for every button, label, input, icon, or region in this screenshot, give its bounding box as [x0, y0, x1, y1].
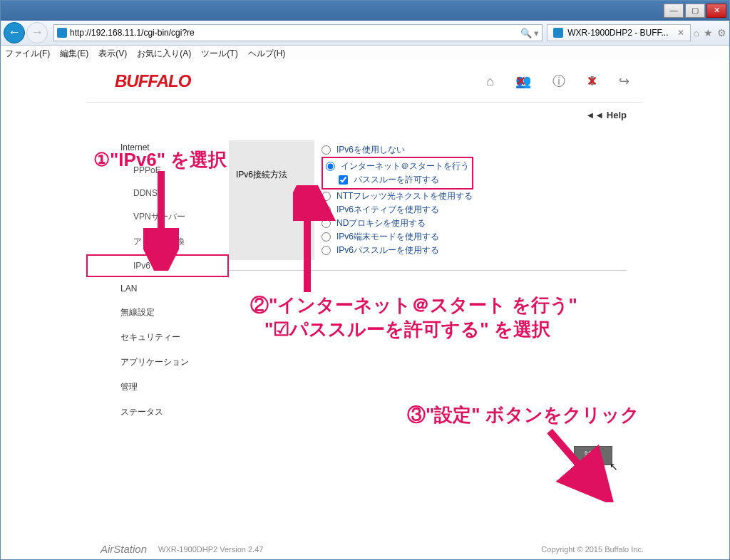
- tab-favicon-icon: [553, 28, 563, 38]
- menu-view[interactable]: 表示(V): [98, 48, 127, 60]
- ipv6-option-ndproxy[interactable]: NDプロキシを使用する: [322, 217, 473, 230]
- ipv6-option-disable[interactable]: IPv6を使用しない: [322, 143, 473, 157]
- ipv6-radio-terminal[interactable]: [322, 232, 331, 242]
- menu-file[interactable]: ファイル(F): [5, 48, 50, 60]
- search-icon[interactable]: 🔍 ▾: [520, 28, 540, 38]
- menu-help[interactable]: ヘルプ(H): [248, 48, 286, 60]
- minimize-button[interactable]: —: [664, 4, 684, 18]
- main-panel: IPv6接続方法 IPv6を使用しない インターネット＠スタートを行う: [229, 128, 627, 475]
- ipv6-radio-native[interactable]: [322, 205, 331, 214]
- ipv6-radio-disable[interactable]: [322, 145, 331, 155]
- sidebar-item-vpn[interactable]: VPNサーバー: [86, 204, 229, 229]
- header-icon-row: ⌂ 👥 ⓘ ⬇ ↪: [486, 73, 629, 90]
- sidebar-item-application[interactable]: アプリケーション: [86, 350, 229, 375]
- apply-button[interactable]: 設定: [574, 446, 612, 465]
- highlighted-option-box: インターネット＠スタートを行う パススルーを許可する: [322, 157, 473, 190]
- ipv6-radio-atstart[interactable]: [326, 162, 335, 171]
- sidebar-item-wireless[interactable]: 無線設定: [86, 300, 229, 325]
- ipv6-option-flets[interactable]: NTTフレッツ光ネクストを使用する: [322, 190, 473, 203]
- mouse-cursor-icon: ↖: [610, 461, 618, 472]
- page-header: BUFFALO ⌂ 👥 ⓘ ⬇ ↪: [86, 61, 642, 103]
- browser-system-icons: ⌂ ★ ⚙: [694, 27, 726, 38]
- airstation-logo: AirStation: [101, 543, 147, 555]
- tab-close-icon[interactable]: ✕: [677, 28, 684, 38]
- sidebar-item-status[interactable]: ステータス: [86, 400, 229, 425]
- logout-icon[interactable]: ↪: [619, 73, 629, 89]
- ipv6-option-atstart[interactable]: インターネット＠スタートを行う: [326, 160, 469, 173]
- copyright: Copyright © 2015 Buffalo Inc.: [541, 545, 644, 554]
- info-icon[interactable]: ⓘ: [552, 73, 565, 90]
- ipv6-label-ndproxy: NDプロキシを使用する: [336, 217, 426, 229]
- ipv6-label-passthrough-mode: IPv6パススルーを使用する: [336, 244, 439, 256]
- ipv6-settings-table: IPv6接続方法 IPv6を使用しない インターネット＠スタートを行う: [229, 140, 480, 260]
- maximize-button[interactable]: ▢: [685, 4, 705, 18]
- ipv6-label-flets: NTTフレッツ光ネクストを使用する: [336, 190, 473, 202]
- buffalo-logo: BUFFALO: [115, 71, 190, 91]
- ipv6-option-passthrough-allow[interactable]: パススルーを許可する: [326, 173, 469, 187]
- browser-navbar: ← → http://192.168.11.1/cgi-bin/cgi?re 🔍…: [1, 21, 729, 46]
- browser-menubar: ファイル(F) 編集(E) 表示(V) お気に入り(A) ツール(T) ヘルプ(…: [1, 46, 729, 62]
- ipv6-checkbox-passthrough[interactable]: [339, 175, 348, 185]
- sidebar-item-nat[interactable]: アドレス変換: [86, 229, 229, 254]
- url-text: http://192.168.11.1/cgi-bin/cgi?re: [70, 28, 195, 38]
- sidebar-item-ddns[interactable]: DDNS: [86, 182, 229, 204]
- back-button[interactable]: ←: [4, 22, 25, 43]
- disabled-icon-2[interactable]: ⬇: [587, 73, 597, 89]
- model-version: WXR-1900DHP2 Version 2.47: [158, 545, 263, 554]
- page-footer: AirStation WXR-1900DHP2 Version 2.47 Cop…: [101, 543, 644, 555]
- home-icon[interactable]: ⌂: [486, 74, 494, 89]
- disabled-icon-1[interactable]: 👥: [515, 73, 531, 89]
- ipv6-radio-passthrough-mode[interactable]: [322, 246, 331, 255]
- forward-button[interactable]: →: [26, 22, 48, 43]
- sidebar-item-admin[interactable]: 管理: [86, 375, 229, 400]
- sidebar-item-internet[interactable]: Internet: [86, 136, 229, 159]
- ipv6-option-passthrough-mode[interactable]: IPv6パススルーを使用する: [322, 244, 473, 257]
- ipv6-label-disable: IPv6を使用しない: [336, 144, 405, 156]
- ipv6-label-native: IPv6ネイティブを使用する: [336, 204, 439, 216]
- tab-title: WXR-1900DHP2 - BUFF...: [567, 28, 668, 38]
- sidebar-item-pppoe[interactable]: PPPoE: [86, 159, 229, 182]
- sidebar-item-security[interactable]: セキュリティー: [86, 325, 229, 350]
- page-body: Internet PPPoE DDNS VPNサーバー アドレス変換 IPv6 …: [86, 128, 642, 475]
- ipv6-radio-flets[interactable]: [322, 192, 331, 201]
- browser-tab[interactable]: WXR-1900DHP2 - BUFF... ✕: [547, 24, 690, 41]
- menu-edit[interactable]: 編集(E): [60, 48, 88, 60]
- ipv6-section-label: IPv6接続方法: [229, 140, 314, 260]
- help-toggle[interactable]: ◄◄ Help: [86, 103, 642, 128]
- browser-viewport: BUFFALO ⌂ 👥 ⓘ ⬇ ↪ ◄◄ Help Internet PPPoE…: [1, 61, 729, 559]
- ie-window: — ▢ ✕ ← → http://192.168.11.1/cgi-bin/cg…: [0, 0, 730, 560]
- sidebar-item-lan[interactable]: LAN: [86, 277, 229, 300]
- close-button[interactable]: ✕: [706, 4, 726, 18]
- tools-icon[interactable]: ⚙: [717, 27, 726, 38]
- ipv6-option-terminal[interactable]: IPv6端末モードを使用する: [322, 230, 473, 244]
- address-bar[interactable]: http://192.168.11.1/cgi-bin/cgi?re 🔍 ▾: [53, 24, 543, 41]
- menu-tools[interactable]: ツール(T): [201, 48, 237, 60]
- ipv6-label-passthrough: パススルーを許可する: [354, 174, 439, 186]
- router-admin-page: BUFFALO ⌂ 👥 ⓘ ⬇ ↪ ◄◄ Help Internet PPPoE…: [86, 61, 642, 475]
- favorites-icon[interactable]: ★: [704, 27, 713, 38]
- ipv6-label-terminal: IPv6端末モードを使用する: [336, 231, 439, 243]
- home-icon[interactable]: ⌂: [694, 27, 699, 38]
- ipv6-label-atstart: インターネット＠スタートを行う: [341, 160, 469, 172]
- menu-favorites[interactable]: お気に入り(A): [137, 48, 191, 60]
- ipv6-option-native[interactable]: IPv6ネイティブを使用する: [322, 203, 473, 217]
- sidebar-item-ipv6[interactable]: IPv6: [86, 254, 229, 277]
- divider: [229, 270, 627, 271]
- window-titlebar: — ▢ ✕: [1, 1, 729, 21]
- ipv6-radio-ndproxy[interactable]: [322, 219, 331, 228]
- sidebar-nav: Internet PPPoE DDNS VPNサーバー アドレス変換 IPv6 …: [86, 128, 229, 475]
- favicon-icon: [57, 28, 67, 38]
